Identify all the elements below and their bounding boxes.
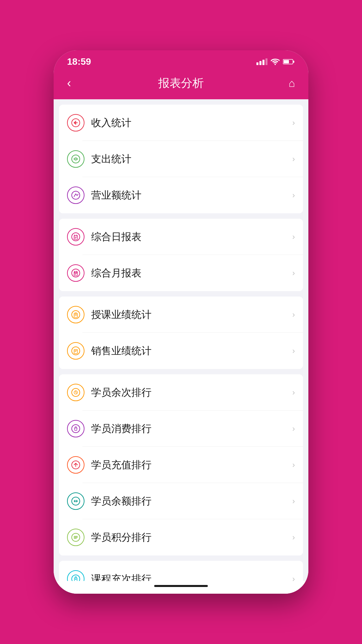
content-area: 收入统计 › 支出统计 › <box>54 99 308 581</box>
status-icons <box>256 58 295 65</box>
section-performance: 授课业绩统计 › 销售业绩统计 › <box>59 297 303 369</box>
chevron-icon: › <box>292 154 295 164</box>
home-indicator <box>54 581 308 594</box>
income-icon <box>67 114 84 131</box>
svg-point-6 <box>72 191 80 199</box>
student-recharge-label: 学员充值排行 <box>91 458 292 472</box>
section-income-expense: 收入统计 › 支出统计 › <box>59 105 303 213</box>
menu-item-daily-report[interactable]: 综合日报表 › <box>59 219 303 255</box>
svg-rect-1 <box>293 61 294 63</box>
daily-report-icon <box>67 228 84 246</box>
chevron-icon: › <box>292 268 295 278</box>
chevron-icon: › <box>292 118 295 127</box>
chevron-icon: › <box>292 232 295 241</box>
student-consume-icon <box>67 420 84 437</box>
expense-label: 支出统计 <box>91 152 292 166</box>
menu-item-student-remaining[interactable]: 学员余次排行 › <box>59 374 303 411</box>
home-bar <box>154 585 208 587</box>
chevron-icon: › <box>292 191 295 200</box>
student-balance-label: 学员余额排行 <box>91 494 292 508</box>
home-button[interactable]: ⌂ <box>275 77 295 90</box>
signal-icon <box>256 58 267 65</box>
sales-perf-label: 销售业绩统计 <box>91 344 292 358</box>
income-label: 收入统计 <box>91 116 292 130</box>
student-remaining-label: 学员余次排行 <box>91 386 292 399</box>
menu-item-expense[interactable]: 支出统计 › <box>59 141 303 177</box>
menu-item-student-balance[interactable]: 学员余额排行 › <box>59 483 303 519</box>
menu-item-course-recharge[interactable]: 课程充次排行 › <box>59 561 303 581</box>
menu-item-revenue[interactable]: 营业额统计 › <box>59 177 303 213</box>
student-remaining-icon <box>67 384 84 401</box>
status-bar: 18:59 <box>54 50 308 70</box>
teaching-perf-label: 授课业绩统计 <box>91 308 292 322</box>
expense-icon <box>67 150 84 168</box>
svg-rect-2 <box>284 60 289 63</box>
student-consume-label: 学员消费排行 <box>91 422 292 436</box>
chevron-icon: › <box>292 346 295 356</box>
revenue-icon <box>67 186 84 204</box>
menu-item-student-recharge[interactable]: 学员充值排行 › <box>59 447 303 483</box>
back-button[interactable]: ‹ <box>67 76 87 90</box>
course-recharge-icon <box>67 570 84 581</box>
svg-point-17 <box>72 425 80 433</box>
page-title: 报表分析 <box>158 75 204 91</box>
chevron-icon: › <box>292 533 295 542</box>
student-points-label: 学员积分排行 <box>91 531 292 544</box>
header: ‹ 报表分析 ⌂ <box>54 70 308 99</box>
student-points-icon <box>67 529 84 546</box>
wifi-icon <box>271 58 280 65</box>
section-student-rankings: 学员余次排行 › 学员消费排行 › <box>59 374 303 555</box>
menu-item-student-consume[interactable]: 学员消费排行 › <box>59 411 303 447</box>
chevron-icon: › <box>292 496 295 506</box>
phone-frame: 18:59 ‹ 报表分析 ⌂ <box>54 50 308 594</box>
chevron-icon: › <box>292 460 295 470</box>
menu-item-income[interactable]: 收入统计 › <box>59 105 303 141</box>
student-recharge-icon <box>67 456 84 474</box>
menu-item-sales-perf[interactable]: 销售业绩统计 › <box>59 333 303 369</box>
chevron-icon: › <box>292 310 295 319</box>
sales-perf-icon <box>67 342 84 360</box>
revenue-label: 营业额统计 <box>91 189 292 202</box>
battery-icon <box>283 59 295 65</box>
chevron-icon: › <box>292 574 295 581</box>
chevron-icon: › <box>292 424 295 433</box>
daily-report-label: 综合日报表 <box>91 230 292 244</box>
monthly-report-icon <box>67 264 84 282</box>
menu-item-monthly-report[interactable]: 综合月报表 › <box>59 255 303 291</box>
menu-item-teaching-perf[interactable]: 授课业绩统计 › <box>59 297 303 333</box>
menu-item-student-points[interactable]: 学员积分排行 › <box>59 519 303 555</box>
section-reports: 综合日报表 › 综合月报表 › <box>59 219 303 291</box>
course-recharge-label: 课程充次排行 <box>91 572 292 581</box>
chevron-icon: › <box>292 388 295 397</box>
student-balance-icon <box>67 492 84 510</box>
monthly-report-label: 综合月报表 <box>91 266 292 280</box>
section-course-rankings: 课程充次排行 › <box>59 561 303 581</box>
teaching-perf-icon <box>67 306 84 323</box>
status-time: 18:59 <box>67 56 91 67</box>
